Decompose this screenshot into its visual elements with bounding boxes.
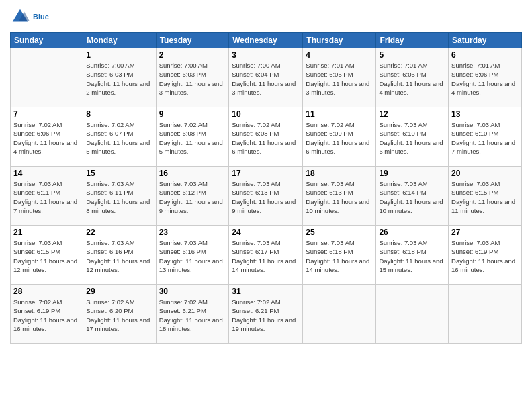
day-info: Sunrise: 7:03 AM Sunset: 6:13 PM Dayligh… [232,179,300,215]
day-number: 23 [159,228,226,237]
calendar-cell: 9 Sunrise: 7:02 AM Sunset: 6:08 PM Dayli… [156,107,229,167]
day-number: 18 [306,169,373,178]
day-info: Sunrise: 7:03 AM Sunset: 6:16 PM Dayligh… [86,238,152,274]
week-row-0: 1 Sunrise: 7:00 AM Sunset: 6:03 PM Dayli… [11,48,522,107]
day-number: 27 [451,228,519,237]
day-number: 28 [13,287,80,296]
day-header-monday: Monday [83,33,156,48]
day-number: 26 [379,228,445,237]
day-info: Sunrise: 7:03 AM Sunset: 6:12 PM Dayligh… [159,179,226,215]
day-header-wednesday: Wednesday [229,33,303,48]
calendar-cell [376,285,449,344]
calendar-cell: 8 Sunrise: 7:02 AM Sunset: 6:07 PM Dayli… [83,107,156,167]
day-number: 19 [379,169,445,178]
day-info: Sunrise: 7:01 AM Sunset: 6:05 PM Dayligh… [306,61,373,97]
day-number: 15 [86,169,152,178]
day-number: 22 [86,228,152,237]
calendar-cell: 20 Sunrise: 7:03 AM Sunset: 6:15 PM Dayl… [449,167,522,226]
day-header-saturday: Saturday [449,33,522,48]
day-number: 17 [232,169,300,178]
day-number: 24 [232,228,300,237]
calendar-cell: 16 Sunrise: 7:03 AM Sunset: 6:12 PM Dayl… [156,167,229,226]
day-number: 14 [13,169,80,178]
calendar-cell: 17 Sunrise: 7:03 AM Sunset: 6:13 PM Dayl… [229,167,303,226]
day-number: 20 [451,169,519,178]
calendar-cell: 10 Sunrise: 7:02 AM Sunset: 6:08 PM Dayl… [229,107,303,167]
calendar-cell: 6 Sunrise: 7:01 AM Sunset: 6:06 PM Dayli… [449,48,522,107]
header: Blue [10,7,522,27]
logo: Blue [10,7,49,27]
calendar-cell: 7 Sunrise: 7:02 AM Sunset: 6:06 PM Dayli… [11,107,83,167]
day-info: Sunrise: 7:02 AM Sunset: 6:20 PM Dayligh… [86,298,152,333]
day-info: Sunrise: 7:02 AM Sunset: 6:09 PM Dayligh… [306,120,373,156]
day-number: 16 [159,169,226,178]
calendar-cell: 11 Sunrise: 7:02 AM Sunset: 6:09 PM Dayl… [303,107,376,167]
day-number: 12 [379,109,445,119]
day-number: 2 [159,50,226,60]
day-info: Sunrise: 7:03 AM Sunset: 6:15 PM Dayligh… [13,238,80,274]
day-info: Sunrise: 7:03 AM Sunset: 6:10 PM Dayligh… [451,120,519,156]
day-info: Sunrise: 7:02 AM Sunset: 6:08 PM Dayligh… [232,120,300,156]
day-header-thursday: Thursday [303,33,376,48]
day-info: Sunrise: 7:00 AM Sunset: 6:03 PM Dayligh… [86,61,152,97]
day-number: 30 [159,287,226,296]
day-info: Sunrise: 7:03 AM Sunset: 6:13 PM Dayligh… [306,179,373,215]
calendar-cell: 19 Sunrise: 7:03 AM Sunset: 6:14 PM Dayl… [376,167,449,226]
day-info: Sunrise: 7:00 AM Sunset: 6:03 PM Dayligh… [159,61,226,97]
day-info: Sunrise: 7:03 AM Sunset: 6:18 PM Dayligh… [379,238,445,274]
calendar-cell [303,285,376,344]
days-header-row: SundayMondayTuesdayWednesdayThursdayFrid… [11,33,522,48]
day-number: 13 [451,109,519,119]
day-number: 7 [13,109,80,119]
day-info: Sunrise: 7:03 AM Sunset: 6:15 PM Dayligh… [451,179,519,215]
day-info: Sunrise: 7:02 AM Sunset: 6:07 PM Dayligh… [86,120,152,156]
day-info: Sunrise: 7:03 AM Sunset: 6:17 PM Dayligh… [232,238,300,274]
calendar-cell: 1 Sunrise: 7:00 AM Sunset: 6:03 PM Dayli… [83,48,156,107]
calendar-cell: 5 Sunrise: 7:01 AM Sunset: 6:05 PM Dayli… [376,48,449,107]
day-number: 11 [306,109,373,119]
day-number: 3 [232,50,300,60]
day-info: Sunrise: 7:02 AM Sunset: 6:21 PM Dayligh… [159,298,226,333]
calendar-cell: 26 Sunrise: 7:03 AM Sunset: 6:18 PM Dayl… [376,226,449,285]
day-number: 25 [306,228,373,237]
day-number: 29 [86,287,152,296]
day-info: Sunrise: 7:03 AM Sunset: 6:16 PM Dayligh… [159,238,226,274]
day-info: Sunrise: 7:01 AM Sunset: 6:06 PM Dayligh… [451,61,519,97]
day-number: 9 [159,109,226,119]
week-row-2: 14 Sunrise: 7:03 AM Sunset: 6:11 PM Dayl… [11,167,522,226]
day-header-sunday: Sunday [11,33,83,48]
day-number: 4 [306,50,373,60]
page: Blue SundayMondayTuesdayWednesdayThursda… [0,0,532,411]
day-info: Sunrise: 7:03 AM Sunset: 6:10 PM Dayligh… [379,120,445,156]
logo-icon [10,7,30,27]
day-number: 1 [86,50,152,60]
day-number: 10 [232,109,300,119]
calendar-cell: 27 Sunrise: 7:03 AM Sunset: 6:19 PM Dayl… [449,226,522,285]
calendar-cell: 14 Sunrise: 7:03 AM Sunset: 6:11 PM Dayl… [11,167,83,226]
day-header-friday: Friday [376,33,449,48]
day-header-tuesday: Tuesday [156,33,229,48]
day-info: Sunrise: 7:02 AM Sunset: 6:21 PM Dayligh… [232,298,300,333]
calendar-cell: 2 Sunrise: 7:00 AM Sunset: 6:03 PM Dayli… [156,48,229,107]
day-info: Sunrise: 7:02 AM Sunset: 6:19 PM Dayligh… [13,298,80,333]
day-info: Sunrise: 7:03 AM Sunset: 6:11 PM Dayligh… [13,179,80,215]
week-row-3: 21 Sunrise: 7:03 AM Sunset: 6:15 PM Dayl… [11,226,522,285]
calendar-cell: 25 Sunrise: 7:03 AM Sunset: 6:18 PM Dayl… [303,226,376,285]
day-number: 6 [451,50,519,60]
calendar-cell: 3 Sunrise: 7:00 AM Sunset: 6:04 PM Dayli… [229,48,303,107]
calendar-cell: 12 Sunrise: 7:03 AM Sunset: 6:10 PM Dayl… [376,107,449,167]
calendar-cell: 29 Sunrise: 7:02 AM Sunset: 6:20 PM Dayl… [83,285,156,344]
day-number: 5 [379,50,445,60]
calendar-cell: 24 Sunrise: 7:03 AM Sunset: 6:17 PM Dayl… [229,226,303,285]
week-row-1: 7 Sunrise: 7:02 AM Sunset: 6:06 PM Dayli… [11,107,522,167]
calendar-cell: 4 Sunrise: 7:01 AM Sunset: 6:05 PM Dayli… [303,48,376,107]
day-info: Sunrise: 7:03 AM Sunset: 6:11 PM Dayligh… [86,179,152,215]
day-number: 8 [86,109,152,119]
calendar-table: SundayMondayTuesdayWednesdayThursdayFrid… [10,32,522,344]
day-info: Sunrise: 7:03 AM Sunset: 6:14 PM Dayligh… [379,179,445,215]
day-info: Sunrise: 7:02 AM Sunset: 6:08 PM Dayligh… [159,120,226,156]
calendar-cell: 30 Sunrise: 7:02 AM Sunset: 6:21 PM Dayl… [156,285,229,344]
calendar-cell [449,285,522,344]
calendar-cell: 22 Sunrise: 7:03 AM Sunset: 6:16 PM Dayl… [83,226,156,285]
day-number: 21 [13,228,80,237]
